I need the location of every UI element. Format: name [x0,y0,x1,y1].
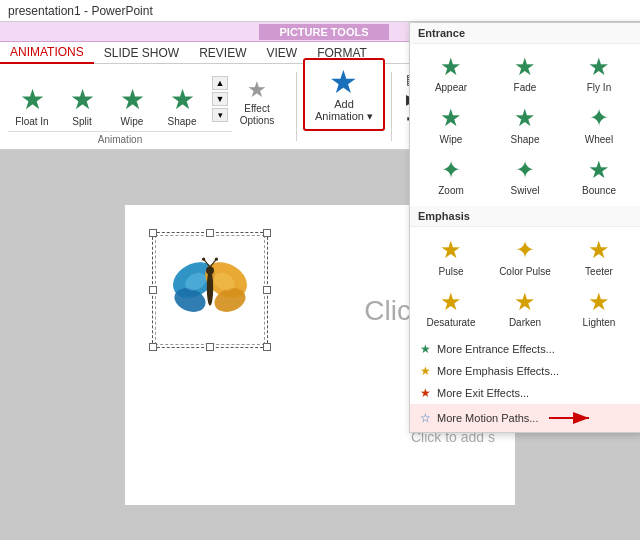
shape-btn[interactable]: ★ Shape [158,82,206,131]
fade-label: Fade [514,82,537,93]
more-motion-item[interactable]: ☆ More Motion Paths... [410,404,640,432]
emphasis-section-title: Emphasis [410,206,640,227]
handle-bm[interactable] [206,343,214,351]
ribbon-sep-2 [391,72,392,141]
picture-tools-tab[interactable]: PICTURE TOOLS [259,24,388,40]
butterfly-image [170,248,250,328]
entrance-section-title: Entrance [410,23,640,44]
lighten-icon: ★ [588,289,610,315]
scroll-arrows: ▲ ▼ ▾ [212,76,228,122]
flyin-item[interactable]: ★ Fly In [564,50,634,97]
flyin-icon: ★ [588,54,610,80]
teeter-item[interactable]: ★ Teeter [564,233,634,280]
bounce-item[interactable]: ★ Bounce [564,153,634,200]
zoom-label: Zoom [438,185,464,196]
wipe-ent-label: Wipe [440,134,463,145]
handle-bl[interactable] [149,343,157,351]
add-animation-btn[interactable]: ★ AddAnimation ▾ [303,58,385,131]
appear-icon: ★ [440,54,462,80]
dropdown-panel: Entrance ★ Appear ★ Fade ★ Fly In ★ Wipe… [409,22,640,433]
svg-point-7 [206,266,214,274]
handle-ml[interactable] [149,286,157,294]
swivel-label: Swivel [511,185,540,196]
wheel-label: Wheel [585,134,613,145]
effect-options-btn[interactable]: ★ EffectOptions [232,75,282,131]
darken-item[interactable]: ★ Darken [490,285,560,332]
more-emphasis-label: More Emphasis Effects... [437,365,559,377]
colorpulse-label: Color Pulse [499,266,551,277]
more-emphasis-icon: ★ [420,364,431,378]
float-in-label: Float In [15,116,48,127]
float-in-btn[interactable]: ★ Float In [8,82,56,131]
lighten-item[interactable]: ★ Lighten [564,285,634,332]
add-animation-icon: ★ [329,66,358,98]
handle-tm[interactable] [206,229,214,237]
bounce-icon: ★ [588,157,610,183]
shape-ent-item[interactable]: ★ Shape [490,101,560,148]
menu-review[interactable]: REVIEW [189,43,256,63]
menu-view[interactable]: VIEW [256,43,307,63]
wheel-item[interactable]: ✦ Wheel [564,101,634,148]
darken-label: Darken [509,317,541,328]
menu-animations[interactable]: ANIMATIONS [0,42,94,64]
fade-icon: ★ [514,54,536,80]
scroll-up-arrow[interactable]: ▲ [212,76,228,90]
flyin-label: Fly In [587,82,611,93]
more-emphasis-item[interactable]: ★ More Emphasis Effects... [410,360,640,382]
wipe-btn[interactable]: ★ Wipe [108,82,156,131]
appear-item[interactable]: ★ Appear [416,50,486,97]
shape-icon: ★ [170,86,195,114]
entrance-grid: ★ Appear ★ Fade ★ Fly In ★ Wipe ★ Shape … [410,44,640,206]
more-exit-item[interactable]: ★ More Exit Effects... [410,382,640,404]
darken-icon: ★ [514,289,536,315]
pulse-label: Pulse [438,266,463,277]
wipe-ent-item[interactable]: ★ Wipe [416,101,486,148]
fade-item[interactable]: ★ Fade [490,50,560,97]
add-animation-label: AddAnimation ▾ [315,98,373,123]
appear-label: Appear [435,82,467,93]
more-motion-label: More Motion Paths... [437,412,539,424]
svg-point-11 [215,258,218,261]
zoom-item[interactable]: ✦ Zoom [416,153,486,200]
wipe-label: Wipe [121,116,144,127]
handle-mr[interactable] [263,286,271,294]
shape-label: Shape [168,116,197,127]
animation-group: ★ Float In ★ Split ★ Wipe ★ Shape ▲ ▼ ▾ … [8,68,232,145]
swivel-item[interactable]: ✦ Swivel [490,153,560,200]
more-entrance-icon: ★ [420,342,431,356]
wheel-icon: ✦ [589,105,609,131]
handle-tr[interactable] [263,229,271,237]
teeter-label: Teeter [585,266,613,277]
float-in-icon: ★ [20,86,45,114]
more-entrance-label: More Entrance Effects... [437,343,555,355]
shape-ent-icon: ★ [514,105,536,131]
more-entrance-item[interactable]: ★ More Entrance Effects... [410,338,640,360]
desaturate-label: Desaturate [427,317,476,328]
split-btn[interactable]: ★ Split [58,82,106,131]
pulse-icon: ★ [440,237,462,263]
svg-point-6 [207,270,213,305]
more-exit-icon: ★ [420,386,431,400]
handle-br[interactable] [263,343,271,351]
butterfly-container[interactable] [155,235,265,345]
scroll-expand-arrow[interactable]: ▾ [212,108,228,122]
colorpulse-item[interactable]: ✦ Color Pulse [490,233,560,280]
emphasis-grid: ★ Pulse ✦ Color Pulse ★ Teeter ★ Desatur… [410,227,640,338]
desaturate-item[interactable]: ★ Desaturate [416,285,486,332]
effect-options-label: EffectOptions [240,103,274,127]
effect-options-icon: ★ [247,79,267,101]
colorpulse-icon: ✦ [515,237,535,263]
wipe-icon: ★ [120,86,145,114]
lighten-label: Lighten [583,317,616,328]
red-arrow [549,408,599,428]
scroll-down-arrow[interactable]: ▼ [212,92,228,106]
ribbon-sep-1 [296,72,297,141]
svg-point-10 [202,258,205,261]
menu-slideshow[interactable]: SLIDE SHOW [94,43,189,63]
title-bar: presentation1 - PowerPoint [0,0,640,22]
teeter-icon: ★ [588,237,610,263]
wipe-ent-icon: ★ [440,105,462,131]
pulse-item[interactable]: ★ Pulse [416,233,486,280]
handle-tl[interactable] [149,229,157,237]
split-label: Split [72,116,91,127]
